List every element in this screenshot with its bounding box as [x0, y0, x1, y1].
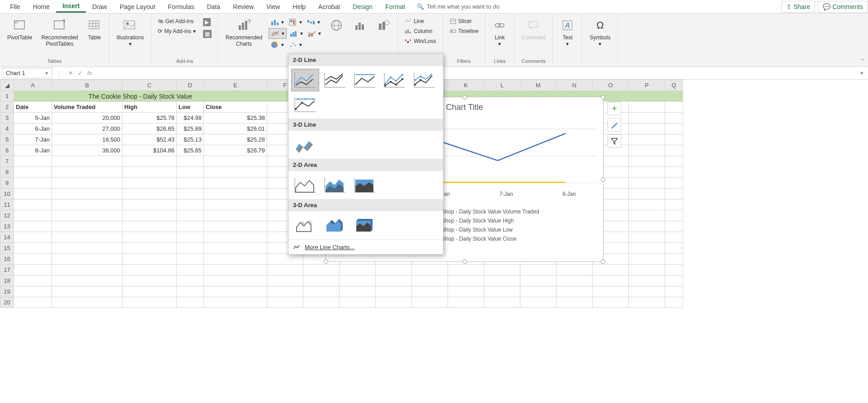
- symbols-button[interactable]: Ω Symbols ▾: [587, 17, 613, 48]
- cell[interactable]: $26.79: [204, 145, 267, 156]
- cell[interactable]: $25.65: [177, 145, 204, 156]
- col-header-K[interactable]: K: [448, 80, 484, 91]
- slicer-button[interactable]: Slicer: [448, 17, 481, 25]
- cell[interactable]: 20,000: [52, 113, 123, 123]
- sparkline-winloss-button[interactable]: Win/Loss: [403, 37, 438, 45]
- row-header[interactable]: 9: [0, 178, 14, 189]
- sparkline-column-button[interactable]: Column: [403, 27, 438, 35]
- get-addins-button[interactable]: 🛍 Get Add-ins: [156, 17, 197, 25]
- tab-insert[interactable]: Insert: [56, 0, 86, 13]
- tab-format[interactable]: Format: [379, 1, 411, 12]
- cell[interactable]: Volume Traded: [52, 102, 123, 113]
- chart-handle[interactable]: [462, 95, 467, 100]
- timeline-button[interactable]: Timeline: [448, 27, 481, 35]
- cell[interactable]: 8-Jan: [14, 145, 52, 156]
- cell[interactable]: $25.78: [123, 113, 177, 123]
- row-header[interactable]: 8: [0, 167, 14, 178]
- tab-design[interactable]: Design: [346, 1, 379, 12]
- maps-button[interactable]: [326, 17, 346, 35]
- tab-help[interactable]: Help: [286, 1, 312, 12]
- tab-page-layout[interactable]: Page Layout: [113, 1, 162, 12]
- split-handle[interactable]: ⋮: [56, 70, 62, 76]
- col-header-A[interactable]: A: [14, 80, 52, 91]
- cell[interactable]: $24.98: [177, 113, 204, 123]
- line-chart-option-1[interactable]: [291, 69, 319, 91]
- name-box[interactable]: Chart 1 ▾: [2, 68, 52, 78]
- link-button[interactable]: Link ▾: [490, 17, 509, 48]
- pie-chart-button[interactable]: ▾: [269, 40, 286, 50]
- recommended-charts-button[interactable]: ? Recommended Charts: [223, 17, 265, 48]
- line-chart-option-5[interactable]: [410, 69, 439, 91]
- tab-data[interactable]: Data: [201, 1, 227, 12]
- cell[interactable]: $25.28: [204, 134, 267, 145]
- 3dmap-button[interactable]: [373, 17, 393, 35]
- line-chart-option-3[interactable]: [351, 69, 379, 91]
- cell[interactable]: 6-Jan: [14, 123, 52, 134]
- row-header[interactable]: 6: [0, 145, 14, 156]
- col-header-O[interactable]: O: [593, 80, 629, 91]
- tab-formulas[interactable]: Formulas: [161, 1, 200, 12]
- recommended-pivottables-button[interactable]: ? Recommended PivotTables: [38, 17, 80, 48]
- cell[interactable]: $25.13: [177, 134, 204, 145]
- 3d-line-option-1[interactable]: [291, 133, 319, 156]
- table-button[interactable]: Table: [85, 17, 104, 42]
- row-header[interactable]: 7: [0, 156, 14, 167]
- row-header[interactable]: 15: [0, 243, 14, 254]
- row-header[interactable]: 16: [0, 254, 14, 265]
- chart-handle[interactable]: [601, 259, 605, 264]
- row-header[interactable]: 2: [0, 102, 14, 113]
- chart-handle[interactable]: [601, 95, 605, 100]
- col-header-Q[interactable]: Q: [665, 80, 683, 91]
- pivotchart-button[interactable]: [350, 17, 370, 35]
- cell[interactable]: Date: [14, 102, 52, 113]
- text-button[interactable]: A Text ▾: [557, 17, 577, 48]
- hierarchy-chart-button[interactable]: ▾: [287, 17, 304, 27]
- cell[interactable]: $25.38: [204, 113, 267, 123]
- cell[interactable]: Close: [204, 102, 267, 113]
- cell[interactable]: $26.01: [204, 123, 267, 134]
- row-header[interactable]: 12: [0, 210, 14, 221]
- row-header[interactable]: 10: [0, 189, 14, 199]
- chart-handle[interactable]: [324, 259, 328, 264]
- select-all-corner[interactable]: ◢: [0, 80, 14, 91]
- enter-icon[interactable]: ✓: [78, 70, 83, 76]
- chart-filters-button[interactable]: [608, 134, 621, 148]
- tab-view[interactable]: View: [260, 1, 286, 12]
- row-header[interactable]: 17: [0, 265, 14, 275]
- cell[interactable]: 27,000: [52, 123, 123, 134]
- cell[interactable]: $25.89: [177, 123, 204, 134]
- line-chart-option-2[interactable]: [321, 69, 349, 91]
- row-header[interactable]: 20: [0, 297, 14, 308]
- tab-draw[interactable]: Draw: [86, 1, 113, 12]
- 2d-area-option-3[interactable]: [351, 174, 379, 196]
- cancel-icon[interactable]: ✕: [68, 70, 73, 76]
- my-addins-button[interactable]: ⟳ My Add-ins ▾: [156, 27, 197, 35]
- collapse-ribbon-button[interactable]: ˄: [861, 58, 864, 65]
- row-header[interactable]: 5: [0, 134, 14, 145]
- comments-button[interactable]: 💬 Comments: [818, 1, 868, 13]
- waterfall-chart-button[interactable]: ▾: [305, 17, 322, 27]
- tell-me-search[interactable]: 🔍 Tell me what you want to do: [411, 3, 505, 10]
- scatter-chart-button[interactable]: ▾: [287, 40, 304, 50]
- cell[interactable]: High: [123, 102, 177, 113]
- col-header-L[interactable]: L: [484, 80, 520, 91]
- chart-handle[interactable]: [462, 259, 467, 264]
- col-header-C[interactable]: C: [123, 80, 177, 91]
- tab-file[interactable]: File: [4, 1, 27, 12]
- fx-icon[interactable]: fx: [87, 70, 92, 76]
- illustrations-button[interactable]: Illustrations ▾: [114, 17, 147, 48]
- tab-review[interactable]: Review: [226, 1, 260, 12]
- col-header-M[interactable]: M: [520, 80, 557, 91]
- row-header[interactable]: 18: [0, 275, 14, 286]
- expand-formula-bar[interactable]: ▾: [860, 70, 866, 76]
- row-header[interactable]: 3: [0, 113, 14, 123]
- cell[interactable]: 5-Jan: [14, 113, 52, 123]
- col-header-N[interactable]: N: [557, 80, 593, 91]
- cell[interactable]: $104.86: [123, 145, 177, 156]
- cell[interactable]: 18,500: [52, 134, 123, 145]
- 3d-area-option-2[interactable]: [321, 214, 349, 237]
- row-header[interactable]: 4: [0, 123, 14, 134]
- col-header-P[interactable]: P: [629, 80, 665, 91]
- 3d-area-option-1[interactable]: [291, 214, 319, 237]
- col-header-D[interactable]: D: [177, 80, 204, 91]
